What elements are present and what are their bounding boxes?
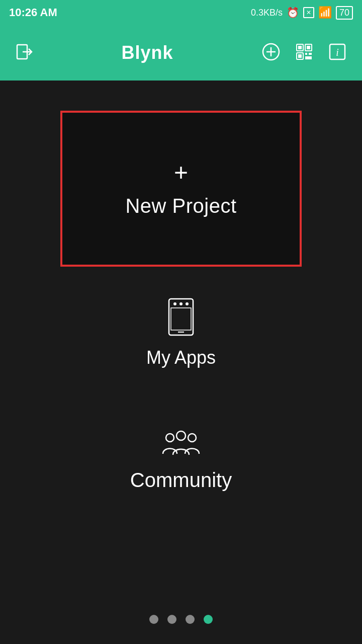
qr-button[interactable] [295, 42, 314, 63]
new-project-plus-icon: + [174, 160, 188, 185]
info-button[interactable]: i [328, 42, 347, 63]
status-bar: 10:26 AM 0.3KB/s ⏰ ✕ 📶 70 [0, 0, 362, 25]
wifi-icon: 📶 [318, 6, 332, 19]
main-content: + New Project My Apps [0, 80, 362, 644]
svg-point-17 [173, 302, 176, 305]
my-apps-section[interactable]: My Apps [146, 297, 216, 368]
alarm-icon: ⏰ [287, 7, 299, 19]
community-section[interactable]: Community [130, 429, 232, 492]
status-time: 10:26 AM [9, 6, 57, 19]
page-dots [0, 615, 362, 624]
dot-4[interactable] [204, 615, 213, 624]
status-right: 0.3KB/s ⏰ ✕ 📶 70 [251, 6, 353, 20]
new-project-card[interactable]: + New Project [60, 111, 302, 267]
battery-indicator: 70 [336, 6, 353, 20]
network-speed: 0.3KB/s [251, 8, 283, 18]
dot-1[interactable] [149, 615, 158, 624]
svg-point-23 [188, 434, 196, 442]
my-apps-icon [165, 297, 197, 339]
community-icon [161, 429, 201, 461]
svg-rect-11 [305, 53, 307, 55]
svg-point-22 [166, 434, 174, 442]
svg-rect-20 [171, 308, 191, 330]
my-apps-label: My Apps [146, 347, 216, 368]
dot-2[interactable] [167, 615, 176, 624]
community-label: Community [130, 469, 232, 492]
svg-rect-8 [307, 46, 310, 49]
top-bar: Blynk [0, 25, 362, 80]
app-title: Blynk [121, 42, 173, 63]
dot-3[interactable] [186, 615, 195, 624]
svg-text:i: i [336, 47, 339, 58]
logout-button[interactable] [15, 43, 33, 63]
svg-rect-12 [309, 53, 312, 55]
top-bar-actions: i [261, 42, 347, 63]
svg-point-18 [179, 302, 183, 305]
svg-rect-6 [298, 46, 302, 49]
svg-rect-13 [305, 56, 312, 59]
new-project-label: New Project [125, 195, 236, 217]
sim-icon: ✕ [303, 7, 314, 18]
svg-point-19 [186, 302, 189, 305]
add-button[interactable] [261, 42, 281, 63]
svg-point-24 [176, 431, 186, 440]
svg-rect-10 [298, 54, 302, 58]
